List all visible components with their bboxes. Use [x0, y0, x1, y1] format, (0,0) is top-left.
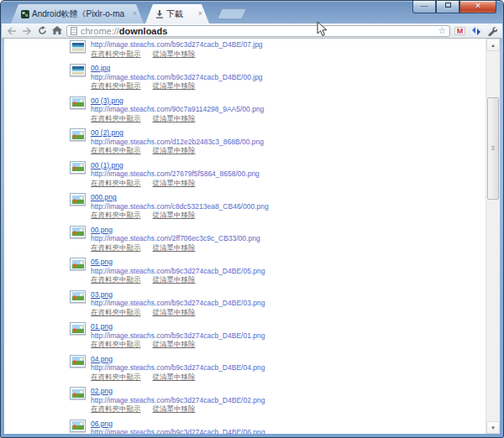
download-actions: 在資料夾中顯示 從清單中移除: [91, 308, 265, 317]
download-source-url: http://image.steachs.com/b9c3d274cacb_D4…: [91, 396, 265, 405]
show-in-folder-link[interactable]: 在資料夾中顯示: [91, 50, 141, 59]
titlebar: Android軟體《Pixlr-o-ma × 下載 × — ✕: [1, 1, 503, 23]
download-item-text: 00.png http://image.steachs.com/2ff706ec…: [91, 226, 260, 253]
download-item-text: 00 (1).png http://image.steachs.com/2767…: [91, 161, 260, 188]
show-in-folder-link[interactable]: 在資料夾中顯示: [91, 179, 141, 188]
remove-from-list-link[interactable]: 從清單中移除: [153, 404, 196, 414]
download-filename-link[interactable]: 00.jpg: [91, 64, 110, 73]
download-item: http://image.steachs.com/b9c3d274cacb_D4…: [70, 40, 500, 58]
reload-button[interactable]: [36, 25, 48, 37]
tab-close-icon[interactable]: ×: [133, 10, 137, 18]
download-filename-link[interactable]: 05.png: [91, 258, 113, 267]
vertical-scrollbar[interactable]: ▲ ▼: [486, 39, 500, 434]
remove-from-list-link[interactable]: 從清單中移除: [153, 373, 196, 382]
window-controls: — ✕: [412, 1, 496, 13]
download-filename-link[interactable]: 00 (3).png: [91, 96, 123, 106]
show-in-folder-link[interactable]: 在資料夾中顯示: [91, 81, 141, 91]
show-in-folder-link[interactable]: 在資料夾中顯示: [91, 373, 141, 382]
download-filename-link[interactable]: 000.png: [91, 193, 117, 202]
gmail-extension-icon[interactable]: M: [454, 24, 466, 37]
scroll-down-button[interactable]: ▼: [486, 421, 500, 434]
download-source-url: http://image.steachs.com/b9c3d274cacb_D4…: [91, 428, 265, 434]
remove-from-list-link[interactable]: 從清單中移除: [153, 81, 196, 91]
download-item-text: 00.jpg http://image.steachs.com/b9c3d274…: [91, 64, 263, 91]
new-tab-button[interactable]: [217, 8, 247, 19]
forward-button[interactable]: [21, 25, 33, 37]
remove-from-list-link[interactable]: 從清單中移除: [153, 243, 196, 253]
tab-close-icon[interactable]: ×: [198, 10, 202, 18]
download-item-text: 01.png http://image.steachs.com/b9c3d274…: [91, 322, 265, 349]
scrollbar-thumb[interactable]: [487, 97, 499, 200]
show-in-folder-link[interactable]: 在資料夾中顯示: [91, 308, 141, 317]
image-file-icon: [70, 420, 86, 432]
show-in-folder-link[interactable]: 在資料夾中顯示: [91, 146, 141, 155]
download-item-text: http://image.steachs.com/b9c3d274cacb_D4…: [91, 40, 263, 58]
address-bar[interactable]: chrome://downloads ☆: [66, 25, 450, 37]
download-actions: 在資料夾中顯示 從清單中移除: [91, 404, 265, 414]
remove-from-list-link[interactable]: 從清單中移除: [153, 114, 196, 123]
image-file-icon: [70, 258, 86, 270]
download-source-url: http://image.steachs.com/27679f5f5864_86…: [91, 169, 260, 179]
remove-from-list-link[interactable]: 從清單中移除: [153, 179, 196, 188]
home-button[interactable]: [51, 25, 63, 37]
download-actions: 在資料夾中顯示 從清單中移除: [91, 81, 263, 91]
download-source-url: http://image.steachs.com/c8dc53213ea8_CB…: [91, 202, 269, 211]
bookmark-star-icon[interactable]: ☆: [438, 26, 446, 35]
show-in-folder-link[interactable]: 在資料夾中顯示: [91, 275, 141, 284]
remove-from-list-link[interactable]: 從清單中移除: [153, 308, 196, 317]
url-text[interactable]: chrome://downloads: [81, 26, 434, 36]
image-file-icon: [70, 161, 86, 174]
download-item-text: 00 (3).png http://image.steachs.com/90c7…: [91, 96, 264, 123]
browser-toolbar: chrome://downloads ☆ M: [2, 23, 502, 39]
download-actions: 在資料夾中顯示 從清單中移除: [91, 373, 265, 382]
show-in-folder-link[interactable]: 在資料夾中顯示: [91, 211, 141, 220]
remove-from-list-link[interactable]: 從清單中移除: [153, 340, 196, 349]
show-in-folder-link[interactable]: 在資料夾中顯示: [91, 243, 141, 253]
download-filename-link[interactable]: 00 (1).png: [91, 161, 123, 170]
minimize-button[interactable]: —: [412, 1, 436, 13]
download-filename-link[interactable]: 00.png: [91, 226, 113, 235]
image-file-icon: [70, 322, 86, 335]
download-filename-link[interactable]: 02.png: [91, 387, 113, 396]
download-filename-link[interactable]: 00 (2).png: [91, 128, 123, 138]
back-button[interactable]: [6, 25, 18, 37]
wrench-menu-icon[interactable]: [486, 24, 498, 37]
download-source-url: http://image.steachs.com/b9c3d274cacb_D4…: [91, 73, 263, 82]
download-filename-link[interactable]: 06.png: [91, 420, 113, 429]
close-button[interactable]: ✕: [459, 1, 496, 13]
tab-downloads[interactable]: 下載 ×: [145, 4, 209, 23]
tab-android-article[interactable]: Android軟體《Pixlr-o-ma ×: [11, 4, 144, 23]
remove-from-list-link[interactable]: 從清單中移除: [153, 275, 196, 284]
download-item: 000.png http://image.steachs.com/c8dc532…: [70, 193, 500, 220]
tab-title: 下載: [166, 8, 196, 20]
download-filename-link[interactable]: 03.png: [91, 290, 113, 300]
extension-icon[interactable]: [470, 24, 482, 37]
show-in-folder-link[interactable]: 在資料夾中顯示: [91, 340, 141, 349]
download-item: 00.png http://image.steachs.com/2ff706ec…: [70, 226, 500, 253]
download-filename-link[interactable]: 04.png: [91, 355, 113, 364]
show-in-folder-link[interactable]: 在資料夾中顯示: [91, 404, 141, 414]
download-source-url: http://image.steachs.com/b9c3d274cacb_D4…: [91, 331, 265, 341]
remove-from-list-link[interactable]: 從清單中移除: [153, 146, 196, 155]
download-actions: 在資料夾中顯示 從清單中移除: [91, 211, 269, 220]
download-item: 04.png http://image.steachs.com/b9c3d274…: [70, 355, 500, 382]
downloads-page: http://image.steachs.com/b9c3d274cacb_D4…: [4, 39, 500, 434]
remove-from-list-link[interactable]: 從清單中移除: [153, 50, 196, 59]
image-file-icon: [70, 64, 86, 76]
download-source-url: http://image.steachs.com/2ff706ec3c9c_CB…: [91, 234, 260, 243]
download-actions: 在資料夾中顯示 從清單中移除: [91, 275, 265, 284]
download-filename-link[interactable]: 01.png: [91, 322, 113, 331]
download-item: 00 (3).png http://image.steachs.com/90c7…: [70, 96, 500, 123]
scroll-up-button[interactable]: ▲: [486, 39, 500, 51]
show-in-folder-link[interactable]: 在資料夾中顯示: [91, 114, 141, 123]
mouse-cursor: [317, 21, 328, 40]
download-item: 02.png http://image.steachs.com/b9c3d274…: [70, 387, 500, 414]
download-item-text: 000.png http://image.steachs.com/c8dc532…: [91, 193, 269, 220]
download-actions: 在資料夾中顯示 從清單中移除: [91, 179, 260, 188]
downloads-list: http://image.steachs.com/b9c3d274cacb_D4…: [4, 39, 500, 434]
remove-from-list-link[interactable]: 從清單中移除: [153, 211, 196, 220]
maximize-button[interactable]: [436, 1, 459, 13]
download-item: 06.png http://image.steachs.com/b9c3d274…: [70, 420, 500, 435]
download-item-text: 06.png http://image.steachs.com/b9c3d274…: [91, 420, 265, 435]
download-source-url: http://image.steachs.com/b9c3d274cacb_D4…: [91, 40, 263, 50]
